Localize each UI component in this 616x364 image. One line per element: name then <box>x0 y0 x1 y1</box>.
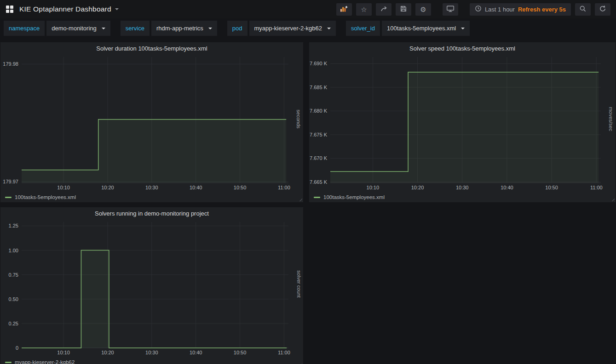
variable-service: service rhdm-app-metrics <box>121 21 217 36</box>
clock-icon <box>475 5 482 13</box>
template-variables-row: namespace demo-monitoring service rhdm-a… <box>4 21 470 36</box>
refresh-button[interactable] <box>595 3 610 16</box>
legend-item[interactable]: myapp-kieserver-2-kgb62 <box>15 359 75 364</box>
navbar: KIE Optaplanner Dashboard ☆ <box>0 0 616 18</box>
cycle-view-mode-button[interactable] <box>443 3 458 16</box>
svg-text:179.98: 179.98 <box>3 61 18 67</box>
legend-line-icon <box>314 197 320 198</box>
legend-line-icon <box>5 197 12 198</box>
variable-label: pod <box>227 21 248 36</box>
panel-title: Solver speed 100tasks-5employees.xml <box>409 45 515 52</box>
dashboard-title: KIE Optaplanner Dashboard <box>19 5 111 13</box>
grafana-logo-icon[interactable] <box>6 5 14 13</box>
chevron-down-icon <box>208 28 212 29</box>
panel-title: Solver duration 100tasks-5employees.xml <box>96 45 207 52</box>
svg-text:10:10: 10:10 <box>57 185 70 190</box>
svg-text:10:30: 10:30 <box>145 350 158 355</box>
legend-item[interactable]: 100tasks-5employees.xml <box>323 194 385 200</box>
panel-header[interactable]: Solvers running in demo-monitoring proje… <box>0 207 303 219</box>
refresh-interval-label: Refresh every 5s <box>518 6 566 13</box>
solver-duration-chart[interactable]: 10:1010:2010:3010:4010:5011:00179.97179.… <box>0 54 303 192</box>
dashboard-settings-button[interactable]: ⚙ <box>415 3 431 16</box>
svg-text:179.97: 179.97 <box>3 179 18 184</box>
svg-text:10:40: 10:40 <box>190 350 202 355</box>
svg-text:1.00: 1.00 <box>9 248 18 253</box>
solvers-running-chart[interactable]: 10:1010:2010:3010:4010:5011:0000.250.500… <box>0 219 303 357</box>
add-panel-icon <box>340 5 348 14</box>
panel-title: Solvers running in demo-monitoring proje… <box>95 210 209 217</box>
panel-header[interactable]: Solver duration 100tasks-5employees.xml <box>0 42 303 54</box>
variable-solver-id-dropdown[interactable]: 100tasks-5employees.xml <box>382 21 470 36</box>
magnifier-icon <box>579 5 587 14</box>
chart-area: 10:1010:2010:3010:4010:5011:007.665 K7.6… <box>309 54 616 192</box>
svg-text:7.670 K: 7.670 K <box>310 155 328 161</box>
save-dashboard-button[interactable] <box>396 3 411 16</box>
svg-text:10:20: 10:20 <box>101 350 114 355</box>
navbar-left: KIE Optaplanner Dashboard <box>6 5 119 13</box>
svg-text:10:20: 10:20 <box>101 185 114 190</box>
chevron-down-icon <box>102 28 105 29</box>
svg-text:0: 0 <box>16 345 18 351</box>
variable-value: demo-monitoring <box>52 25 97 32</box>
svg-text:1.25: 1.25 <box>9 223 18 228</box>
svg-text:7.690 K: 7.690 K <box>310 61 328 66</box>
svg-text:10:30: 10:30 <box>456 185 469 190</box>
dashboard-title-dropdown[interactable]: KIE Optaplanner Dashboard <box>19 5 119 13</box>
svg-text:10:10: 10:10 <box>367 185 380 190</box>
chevron-down-icon <box>115 8 119 10</box>
share-dashboard-button[interactable] <box>376 3 391 16</box>
variable-service-dropdown[interactable]: rhdm-app-metrics <box>151 21 217 36</box>
svg-text:10:40: 10:40 <box>501 185 513 190</box>
time-range-label: Last 1 hour <box>485 6 515 13</box>
variable-namespace-dropdown[interactable]: demo-monitoring <box>46 21 110 36</box>
save-icon <box>400 5 407 14</box>
legend-line-icon <box>5 362 12 363</box>
solver-speed-chart[interactable]: 10:1010:2010:3010:4010:5011:007.665 K7.6… <box>309 54 616 192</box>
variable-label: solver_id <box>346 21 380 36</box>
variable-solver-id: solver_id 100tasks-5employees.xml <box>346 21 470 36</box>
variable-value: rhdm-app-metrics <box>156 25 203 32</box>
variable-label: service <box>121 21 150 36</box>
refresh-icon <box>599 5 606 14</box>
add-panel-button[interactable] <box>336 3 352 16</box>
chart-area: 10:1010:2010:3010:4010:5011:0000.250.500… <box>0 219 303 357</box>
variable-namespace: namespace demo-monitoring <box>4 21 110 36</box>
legend-item[interactable]: 100tasks-5employees.xml <box>15 194 76 200</box>
variable-label: namespace <box>4 21 45 36</box>
svg-text:10:50: 10:50 <box>234 350 247 355</box>
legend: 100tasks-5employees.xml <box>0 192 303 202</box>
variable-pod-dropdown[interactable]: myapp-kieserver-2-kgb62 <box>249 21 336 36</box>
svg-text:7.665 K: 7.665 K <box>310 179 328 185</box>
svg-text:10:50: 10:50 <box>545 185 558 190</box>
time-range-picker[interactable]: Last 1 hour Refresh every 5s <box>470 3 571 16</box>
share-icon <box>380 5 387 14</box>
star-icon: ☆ <box>361 6 367 13</box>
variable-value: myapp-kieserver-2-kgb62 <box>254 25 322 32</box>
svg-text:10:50: 10:50 <box>234 185 247 190</box>
svg-text:10:30: 10:30 <box>145 185 158 190</box>
panel-solvers-running: Solvers running in demo-monitoring proje… <box>0 207 303 364</box>
chevron-down-icon <box>461 28 465 29</box>
svg-text:7.675 K: 7.675 K <box>310 132 328 137</box>
gear-icon: ⚙ <box>420 6 426 13</box>
navbar-actions: ☆ ⚙ <box>336 3 610 16</box>
variable-pod: pod myapp-kieserver-2-kgb62 <box>227 21 336 36</box>
zoom-out-button[interactable] <box>575 3 591 16</box>
svg-text:0.25: 0.25 <box>9 321 18 326</box>
svg-text:10:40: 10:40 <box>190 185 202 190</box>
svg-text:10:20: 10:20 <box>411 185 424 190</box>
chart-area: 10:1010:2010:3010:4010:5011:00179.97179.… <box>0 54 303 192</box>
svg-text:11:00: 11:00 <box>278 185 290 190</box>
panel-solver-speed: Solver speed 100tasks-5employees.xml 10:… <box>309 42 616 202</box>
svg-text:10:10: 10:10 <box>57 350 70 355</box>
star-dashboard-button[interactable]: ☆ <box>356 3 372 16</box>
svg-text:11:00: 11:00 <box>590 185 603 190</box>
legend: 100tasks-5employees.xml <box>309 192 616 202</box>
panel-header[interactable]: Solver speed 100tasks-5employees.xml <box>309 42 616 54</box>
svg-text:0.75: 0.75 <box>9 272 18 278</box>
svg-text:11:00: 11:00 <box>278 350 290 355</box>
panel-solver-duration: Solver duration 100tasks-5employees.xml … <box>0 42 303 202</box>
svg-text:7.680 K: 7.680 K <box>310 108 328 114</box>
svg-text:7.685 K: 7.685 K <box>310 85 328 90</box>
legend: myapp-kieserver-2-kgb62 <box>0 357 303 364</box>
